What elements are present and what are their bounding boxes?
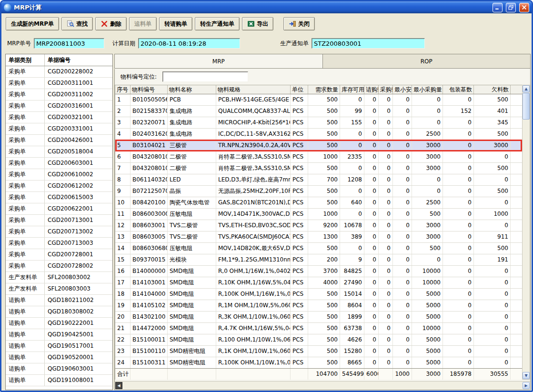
toolbar-button-label: 转生产通知单 bbox=[200, 20, 234, 28]
grid-row[interactable]: 8B0611403200LEDLED,D3,单灯,绿色,座高7mmPCS7001… bbox=[115, 174, 522, 186]
doc-list-row[interactable]: 采购单CGD200518004 bbox=[6, 146, 112, 158]
doc-list-row[interactable]: 采购单CGD200603001 bbox=[6, 158, 112, 169]
close-button[interactable] bbox=[519, 3, 529, 12]
doc-list-row[interactable]: 采购单CGD200426001 bbox=[6, 135, 112, 146]
production-notice-input[interactable] bbox=[312, 38, 425, 49]
toolbar-button-to-production-notice[interactable]: 转生产通知单 bbox=[195, 17, 240, 30]
grid-row[interactable]: 17B14103001SMD电阻R,10K OHM,1/16W,5%,040PC… bbox=[115, 277, 522, 289]
grid-row[interactable]: 22B15100011SMD电阻R,100 OHM,1/10W,1%,060PC… bbox=[115, 334, 522, 346]
toolbar-button-export[interactable]: 导出 bbox=[242, 17, 273, 30]
grid-row[interactable]: 20B14302100SMD电阻R,3K OHM,1/10W,1%,0603PC… bbox=[115, 312, 522, 323]
v-scroll-thumb[interactable] bbox=[523, 93, 530, 120]
doc-list-row[interactable]: 采购单CGD200228002 bbox=[6, 66, 112, 78]
locate-row: 物料编号定位: bbox=[115, 69, 530, 85]
grid-row[interactable]: 6B0432080100二极管肖特基二极管,3A,SS310,SMPCS1000… bbox=[115, 151, 522, 163]
grid-row[interactable]: 3B02320071集成电路MICROCHIP,4-Kbit(256*16PCS… bbox=[115, 117, 522, 129]
doc-list-row[interactable]: 生产发料单SFL200803002 bbox=[6, 272, 112, 283]
toolbar-button-chase-material[interactable]: 追料单 bbox=[129, 17, 157, 30]
grid-cell: 0 bbox=[340, 186, 364, 197]
grid-cell: TVS,PKA60CA(SMDJ60CA) bbox=[216, 231, 291, 242]
grid-cell: R,4.7K OHM,1/16W,5%,040 bbox=[216, 323, 291, 334]
minimize-button[interactable] bbox=[493, 3, 503, 12]
doc-list-row[interactable]: 采购单CGD200612002 bbox=[6, 181, 112, 192]
grid-row[interactable]: 21B14472000SMD电阻R,4.7K OHM,1/16W,5%,040P… bbox=[115, 323, 522, 334]
grid-row[interactable]: 23B15100110SMD精密电阻R,1K OHM,1/10W,1%,0603… bbox=[115, 346, 522, 357]
grid-cell: TVS二极管 bbox=[168, 220, 216, 231]
grid-cell: 5000 bbox=[412, 300, 443, 311]
grid-cell: 3700 bbox=[308, 266, 340, 277]
calc-date-input[interactable] bbox=[138, 38, 240, 49]
grid-cell: 0 bbox=[364, 117, 379, 128]
grid-row[interactable]: 15B09370015光模块FM,1*9,1.25G,MM1310nm,2PCS… bbox=[115, 254, 522, 266]
scroll-right-button[interactable]: ▶ bbox=[523, 382, 530, 389]
h-scrollbar[interactable]: ◀ ▶ bbox=[115, 381, 530, 389]
tab-mrp[interactable]: MRP bbox=[114, 54, 323, 69]
grid-cell: 0 bbox=[364, 243, 379, 254]
doc-list-row[interactable]: 采购单CGD200713003 bbox=[6, 238, 112, 249]
doc-list-row[interactable]: 请购单QGD180308002 bbox=[6, 306, 112, 318]
grid-row[interactable]: 24B15100311SMD精密电阻R,100K OHM,1/10W,1%,06… bbox=[115, 357, 522, 369]
doc-list-row[interactable]: 请购单QGD180211002 bbox=[6, 295, 112, 306]
scroll-down-button[interactable]: ▼ bbox=[523, 372, 530, 379]
doc-list-row[interactable]: 采购单CGD200321001 bbox=[6, 112, 112, 123]
grid-cell: 3 bbox=[115, 117, 131, 128]
doc-list-row[interactable]: 采购单CGD200311001 bbox=[6, 78, 112, 89]
restore-button[interactable] bbox=[506, 3, 516, 12]
grid-cell: R,1K OHM,1/10W,1%,0603 bbox=[216, 346, 291, 357]
grid-cell: 0 bbox=[364, 254, 379, 265]
scroll-left-button[interactable]: ◀ bbox=[115, 382, 122, 389]
grid-row-selected[interactable]: 5B03104021三极管TR.NPN,2N3904,0.2A,40V,PCS5… bbox=[115, 140, 522, 151]
mrp-no-input[interactable] bbox=[34, 38, 104, 49]
grid-cell: B03104021 bbox=[131, 140, 168, 151]
doc-list-row[interactable]: 请购单QGD190425001 bbox=[6, 329, 112, 341]
grid-row[interactable]: 12B08603001TVS二极管TVS,ETH-ESD,BV03C,SODPC… bbox=[115, 220, 522, 231]
grid-cell: 500 bbox=[308, 243, 340, 254]
toolbar-button-new-mrp[interactable]: 生成新的MRP单 bbox=[6, 17, 59, 30]
doc-list-row[interactable]: 采购单CGD200622001 bbox=[6, 203, 112, 215]
grid-row[interactable]: 2B021583370集成电路QUALCOMM,QCA8337-AL3PCS50… bbox=[115, 106, 522, 117]
doc-list-row[interactable]: 采购单CGD200615003 bbox=[6, 192, 112, 203]
locate-input[interactable] bbox=[162, 71, 248, 82]
doc-list-row[interactable]: 采购单CGD200610002 bbox=[6, 169, 112, 181]
doc-list-row[interactable]: 生产发料单SFL200803003 bbox=[6, 283, 112, 295]
grid-row[interactable]: 9B0721250701晶振无源晶振,25MHZ,20PF,10PPCS5000… bbox=[115, 186, 522, 197]
grid-row[interactable]: 13B08603005TVS二极管TVS,PKA60CA(SMDJ60CA)PC… bbox=[115, 231, 522, 243]
h-scroll-track[interactable] bbox=[122, 382, 523, 389]
doc-list-row[interactable]: 采购单CGD200728002 bbox=[6, 261, 112, 272]
doc-list-row[interactable]: 请购单QGD190603001 bbox=[6, 363, 112, 375]
grid-cell: B14302100 bbox=[131, 312, 168, 322]
doc-list-row[interactable]: 请购单QGD191008001 bbox=[6, 375, 112, 386]
doc-list-row[interactable]: 采购单CGD200713001 bbox=[6, 215, 112, 226]
grid-row[interactable]: 7B0432080101二极管肖特基二极管,3A,SS310,SMPCS5000… bbox=[115, 163, 522, 174]
doc-list-row[interactable]: 请购单QGD190520001 bbox=[6, 352, 112, 363]
grid-row[interactable]: 19B14105102SMD电阻R,1M OHM,1/10W,5%,0603PC… bbox=[115, 300, 522, 312]
grid-cell: PCS bbox=[291, 197, 308, 208]
doc-list-row[interactable]: 采购单CGD200728001 bbox=[6, 249, 112, 261]
v-scrollbar[interactable]: ▲ ▼ bbox=[522, 85, 530, 380]
grid-row[interactable]: 14B0860306800压敏电阻MOV,14D820K,最大65V,DIPPC… bbox=[115, 243, 522, 254]
doc-list-row[interactable]: 请购单QGD190517001 bbox=[6, 341, 112, 352]
grid-cell: 27490 bbox=[340, 277, 364, 288]
grid-row[interactable]: 1B0105050560PCBPCB,HW-514GE,GE5/4GEPCS50… bbox=[115, 94, 522, 106]
grid-row[interactable]: 18B14104000SMD电阻R,100K OHM,1/16W,1%,04PC… bbox=[115, 289, 522, 300]
titlebar[interactable]: MRP计算 bbox=[1, 1, 532, 13]
grid-row[interactable]: 10B08420100陶瓷气体放电管GAS,BC201N(BTC201N),DP… bbox=[115, 197, 522, 209]
doc-list-row[interactable]: 采购单CGD200331001 bbox=[6, 123, 112, 135]
grid-cell: 0 bbox=[443, 289, 474, 300]
v-scroll-track[interactable] bbox=[523, 120, 530, 372]
toolbar-button-close[interactable]: 关闭 bbox=[283, 17, 315, 30]
grid-cell: 0 bbox=[393, 357, 412, 368]
scroll-up-button[interactable]: ▲ bbox=[523, 85, 530, 92]
doc-list-row[interactable]: 采购单CGD200316001 bbox=[6, 101, 112, 112]
grid-filler bbox=[511, 220, 522, 231]
doc-list-row[interactable]: 请购单QGD190222001 bbox=[6, 318, 112, 329]
grid-row[interactable]: 16B14000000SMD电阻R,0 OHM,1/16W,1%,0402PCS… bbox=[115, 266, 522, 277]
grid-row[interactable]: 11B0860030000压敏电阻MOV,14D471K,300VAC,DIPP… bbox=[115, 209, 522, 220]
toolbar-button-delete[interactable]: 删除 bbox=[95, 17, 127, 30]
toolbar-button-to-requisition[interactable]: 转请购单 bbox=[159, 17, 192, 30]
doc-list-row[interactable]: 采购单CGD200311002 bbox=[6, 89, 112, 101]
doc-list-row[interactable]: 采购单CGD200713002 bbox=[6, 226, 112, 238]
grid-row[interactable]: 4B0240316201集成电路IC,DC/DC,11-58V,AX3162EP… bbox=[115, 129, 522, 140]
toolbar-button-find[interactable]: 查找 bbox=[61, 17, 93, 30]
tab-rop[interactable]: ROP bbox=[323, 54, 531, 69]
